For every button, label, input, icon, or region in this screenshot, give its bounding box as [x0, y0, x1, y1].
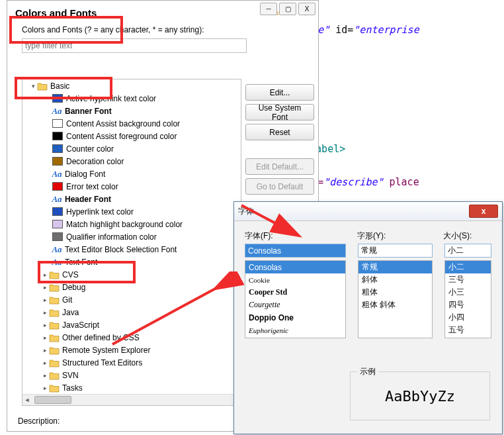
tree-label: Remote System Explorer: [62, 346, 150, 355]
list-item[interactable]: Fugaz One: [245, 336, 345, 338]
tree-label: Tasks: [62, 383, 83, 393]
list-item[interactable]: 五号: [445, 324, 491, 336]
tree-category[interactable]: ▸Java: [22, 306, 241, 318]
folder-icon: [49, 320, 60, 330]
list-item[interactable]: 小五: [445, 336, 491, 338]
tree-item[interactable]: Content Assist foreground color: [22, 130, 241, 142]
size-list[interactable]: 小二三号小三四号小四五号小五: [444, 260, 491, 338]
list-item[interactable]: Consolas: [245, 261, 345, 273]
tree-item[interactable]: Counter color: [22, 142, 241, 155]
tree-label: Qualifier information color: [66, 232, 157, 242]
tree-category[interactable]: ▸Structured Text Editors: [22, 356, 241, 369]
tree-category[interactable]: ▸Other defined by CSS: [22, 331, 241, 344]
tree-category[interactable]: ▸CVS: [22, 268, 241, 281]
list-item[interactable]: 小二: [445, 261, 491, 273]
list-item[interactable]: 三号: [445, 273, 491, 286]
size-label: 大小(S):: [443, 230, 489, 242]
list-item[interactable]: 粗体: [358, 286, 432, 299]
tree-label: Java: [62, 308, 79, 317]
close-button[interactable]: X: [298, 3, 315, 15]
edit-default-button: Edit Default...: [245, 158, 314, 175]
list-item[interactable]: 小三: [445, 286, 491, 299]
color-swatch-icon: [52, 144, 63, 153]
font-list[interactable]: ConsolasCookieCooper StdCourgetteDoppio …: [245, 260, 346, 338]
tree-item[interactable]: AaText Font: [22, 256, 241, 268]
tree-item[interactable]: Decoration color: [22, 155, 241, 168]
tree-item[interactable]: AaText Editor Block Selection Font: [22, 243, 241, 256]
tree[interactable]: ▾BasicActive hyperlink text colorAaBanne…: [22, 79, 241, 406]
minimize-button[interactable]: ─: [260, 3, 277, 15]
use-system-font-button[interactable]: Use System Font: [245, 104, 314, 121]
tree-label: Structured Text Editors: [62, 358, 142, 367]
color-swatch-icon: [52, 207, 63, 216]
list-item[interactable]: Courgette: [245, 299, 345, 311]
list-item[interactable]: Euphorigenic: [245, 324, 345, 336]
list-item[interactable]: Cookie: [245, 273, 345, 286]
size-input[interactable]: 小二: [444, 244, 491, 258]
tree-horizontal-scrollbar[interactable]: ◄►: [22, 394, 241, 405]
font-dialog-close-button[interactable]: x: [469, 205, 498, 218]
filter-hint: Colors and Fonts (? = any character, * =…: [7, 21, 318, 37]
tree-label: Basic: [50, 81, 69, 91]
color-swatch-icon: [52, 220, 63, 228]
tree-label: Counter color: [66, 144, 114, 154]
list-item[interactable]: 斜体: [358, 273, 432, 286]
list-item[interactable]: 常规: [358, 261, 432, 273]
folder-icon: [49, 346, 60, 355]
tree-label: Debug: [62, 283, 85, 292]
color-swatch-icon: [52, 94, 63, 103]
folder-icon: [49, 358, 60, 367]
tree-item[interactable]: Active hyperlink text color: [22, 92, 241, 105]
style-list[interactable]: 常规斜体粗体粗体 斜体: [358, 260, 433, 338]
edit-button[interactable]: Edit...: [245, 84, 314, 101]
tree-label: Decoration color: [66, 157, 124, 166]
page-title: Colors and Fonts: [15, 7, 97, 19]
font-icon: Aa: [52, 257, 62, 267]
tree-category[interactable]: ▸Tasks: [22, 381, 241, 394]
style-input[interactable]: 常规: [358, 244, 433, 258]
go-to-default-button: Go to Default: [245, 178, 314, 195]
folder-icon: [49, 270, 60, 279]
tree-category[interactable]: ▸Debug: [22, 281, 241, 293]
font-input[interactable]: Consolas: [245, 244, 346, 258]
tree-label: Other defined by CSS: [62, 333, 140, 342]
tree-label: SVN: [62, 371, 79, 380]
tree-label: Text Editor Block Selection Font: [65, 245, 177, 254]
list-item[interactable]: 四号: [445, 299, 491, 311]
folder-icon: [49, 295, 60, 305]
tree-label: Banner Font: [65, 107, 112, 116]
tree-item[interactable]: AaDialog Font: [22, 168, 241, 180]
maximize-button[interactable]: ▢: [279, 3, 296, 15]
tree-category[interactable]: ▸SVN: [22, 369, 241, 381]
reset-button[interactable]: Reset: [245, 124, 314, 140]
tree-item[interactable]: Content Assist background color: [22, 117, 241, 130]
tree-item[interactable]: Qualifier information color: [22, 230, 241, 243]
color-swatch-icon: [52, 232, 63, 241]
tree-item[interactable]: Match highlight background color: [22, 218, 241, 230]
tree-category[interactable]: ▸Git: [22, 293, 241, 306]
tree-label: Header Font: [65, 195, 111, 204]
tree-node-basic[interactable]: ▾Basic: [22, 79, 241, 92]
font-icon: Aa: [52, 194, 62, 205]
tree-item[interactable]: Error text color: [22, 180, 241, 193]
font-icon: Aa: [52, 106, 62, 117]
color-swatch-icon: [52, 182, 63, 191]
tree-label: Content Assist background color: [66, 119, 180, 128]
folder-icon: [49, 308, 60, 317]
tree-label: JavaScript: [62, 320, 99, 330]
tree-category[interactable]: ▸JavaScript: [22, 318, 241, 331]
list-item[interactable]: Doppio One: [245, 311, 345, 324]
font-icon: Aa: [52, 169, 62, 179]
filter-input[interactable]: [22, 38, 247, 53]
font-dialog: 字体 x 字体(F): 字形(Y): 大小(S): Consolas 常规 小二…: [233, 201, 503, 434]
list-item[interactable]: 小四: [445, 311, 491, 324]
tree-item[interactable]: AaBanner Font: [22, 105, 241, 117]
sample-label: 示例: [357, 366, 378, 377]
tree-item[interactable]: Hyperlink text color: [22, 205, 241, 218]
tree-label: Git: [62, 295, 72, 305]
folder-icon: [37, 81, 48, 91]
tree-category[interactable]: ▸Remote System Explorer: [22, 344, 241, 356]
list-item[interactable]: Cooper Std: [245, 286, 345, 299]
list-item[interactable]: 粗体 斜体: [358, 299, 432, 311]
tree-item[interactable]: AaHeader Font: [22, 193, 241, 205]
